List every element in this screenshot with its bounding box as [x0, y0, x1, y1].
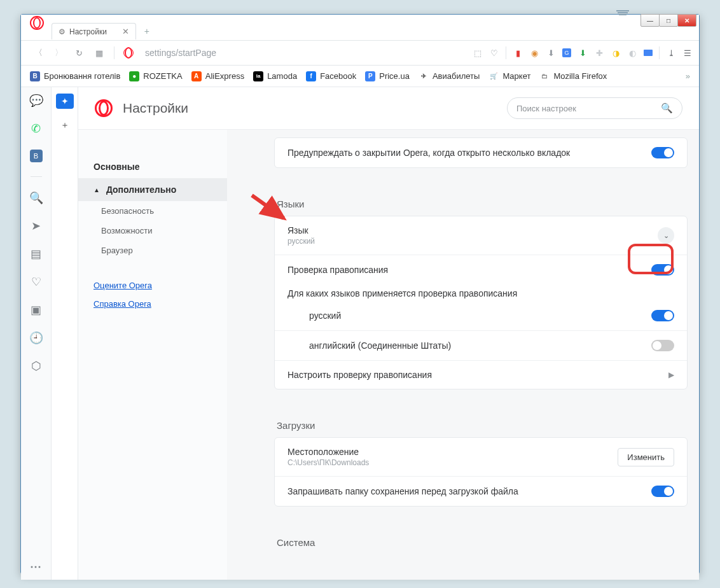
- toolbar-icons: ⬚ ♡ ▮ ◉ ⬇ G ⬇ ✚ ◑ ◐ ⤓ ☰: [473, 46, 693, 59]
- ext-icon-2[interactable]: ◉: [529, 48, 539, 58]
- tab-title: Настройки: [69, 27, 107, 36]
- wallet-icon[interactable]: ▤: [29, 247, 43, 261]
- spell-for-label: Для каких языков применяется проверка пр…: [275, 284, 687, 301]
- spell-lang-en-row[interactable]: английский (Соединенные Штаты): [275, 330, 687, 360]
- translate-tab-icon[interactable]: ✦: [56, 94, 74, 109]
- language-row[interactable]: Язык русский ⌄: [275, 216, 687, 255]
- language-value: русский: [287, 237, 315, 246]
- spell-en-toggle[interactable]: [651, 340, 674, 351]
- language-label: Язык: [287, 225, 308, 235]
- bookmark-item[interactable]: BБронювання готелів: [30, 71, 120, 81]
- sidebar-item-advanced[interactable]: ▲ Дополнительно: [78, 178, 227, 201]
- sidebar-item-browser[interactable]: Браузер: [78, 241, 227, 260]
- ext-icon-4[interactable]: G: [562, 48, 571, 57]
- bookmark-item[interactable]: ✈Авиабилеты: [419, 71, 480, 81]
- spell-ru-toggle[interactable]: [651, 310, 674, 321]
- heart-icon[interactable]: ♡: [489, 48, 499, 58]
- chevron-right-icon: ▶: [668, 370, 674, 379]
- browser-tab[interactable]: ⚙ Настройки ✕: [52, 23, 136, 39]
- history-icon[interactable]: 🕘: [29, 331, 43, 345]
- downloads-icon[interactable]: ⤓: [666, 48, 676, 58]
- sidebar-item-basic[interactable]: Основные: [78, 155, 227, 178]
- reload-button[interactable]: ↻: [73, 48, 85, 58]
- change-location-button[interactable]: Изменить: [618, 448, 674, 466]
- bookmarks-bar: BБронювання готелів ●ROZETKA AAliExpress…: [21, 66, 699, 87]
- easysetup-icon[interactable]: ☰: [682, 48, 693, 58]
- bookmark-item[interactable]: AAliExpress: [191, 71, 244, 81]
- ext-icon-7[interactable]: ◑: [611, 48, 621, 58]
- search-icon: 🔍: [661, 102, 673, 114]
- sidebar-item-features[interactable]: Возможности: [78, 221, 227, 241]
- spellcheck-row[interactable]: Проверка правописания: [275, 255, 687, 284]
- spell-config-row[interactable]: Настроить проверку правописания ▶: [275, 360, 687, 389]
- bookmarks-overflow-button[interactable]: »: [686, 71, 690, 81]
- ext-icon-6[interactable]: ✚: [594, 48, 604, 58]
- ask-save-row[interactable]: Запрашивать папку сохранения перед загру…: [275, 476, 687, 506]
- location-label: Местоположение: [287, 447, 359, 457]
- window-shade-icon[interactable]: [616, 10, 629, 18]
- page-title: Настройки: [123, 101, 188, 116]
- ext-icon-3[interactable]: ⬇: [546, 48, 556, 58]
- bookmark-item[interactable]: 🗀Mozilla Firefox: [539, 71, 607, 81]
- rail-separator: [31, 176, 42, 177]
- location-value: C:\Users\ПК\Downloads: [287, 458, 369, 467]
- back-button[interactable]: 〈: [32, 47, 44, 59]
- search-placeholder: Поиск настроек: [516, 104, 576, 113]
- whatsapp-icon[interactable]: ✆: [29, 122, 43, 136]
- settings-sidebar: Основные ▲ Дополнительно Безопасность Во…: [78, 130, 227, 580]
- vk-icon[interactable]: B: [30, 150, 43, 162]
- send-icon[interactable]: ➤: [29, 219, 43, 233]
- heart-rail-icon[interactable]: ♡: [29, 275, 43, 289]
- ext-icon-8[interactable]: ◐: [627, 48, 637, 58]
- ext-icon-5[interactable]: ⬇: [578, 48, 588, 58]
- ext-icon-1[interactable]: ▮: [513, 48, 523, 58]
- search-input[interactable]: Поиск настроек 🔍: [507, 97, 682, 119]
- sidebar-rail: 💬 ✆ B 🔍 ➤ ▤ ♡ ▣ 🕘 ⬡ ⋯: [21, 87, 52, 580]
- spell-lang-ru-row[interactable]: русский: [275, 301, 687, 330]
- section-system: Система: [274, 519, 688, 554]
- news-icon[interactable]: ▣: [29, 303, 43, 317]
- chevron-down-icon[interactable]: ⌄: [658, 227, 674, 244]
- section-languages: Языки: [274, 181, 688, 216]
- download-location-row: Местоположение C:\Users\ПК\Downloads Изм…: [275, 438, 687, 476]
- warn-on-close-row[interactable]: Предупреждать о закрытии Opera, когда от…: [275, 138, 687, 167]
- warn-on-close-toggle[interactable]: [651, 147, 674, 158]
- bookmark-item[interactable]: ●ROZETKA: [129, 71, 182, 81]
- sidebar-item-security[interactable]: Безопасность: [78, 201, 227, 221]
- opera-o-icon: [95, 99, 113, 117]
- messenger-icon[interactable]: 💬: [29, 94, 43, 108]
- bookmark-item[interactable]: fFacebook: [306, 71, 356, 81]
- bookmark-item[interactable]: laLamoda: [253, 71, 297, 81]
- help-opera-link[interactable]: Справка Opera: [93, 299, 212, 309]
- url-field[interactable]: settings/startPage: [142, 48, 216, 58]
- settings-tabstrip: ✦ ＋: [52, 87, 78, 580]
- add-tab-button[interactable]: ＋: [56, 118, 74, 133]
- bookmark-item[interactable]: PPrice.ua: [365, 71, 410, 81]
- gear-icon: ⚙: [59, 27, 66, 36]
- new-tab-button[interactable]: +: [141, 25, 153, 37]
- rate-opera-link[interactable]: Оцените Opera: [93, 281, 212, 290]
- screenshot-icon[interactable]: ⬚: [473, 48, 483, 58]
- bookmark-item[interactable]: 🛒Маркет: [488, 71, 530, 81]
- opera-badge-icon: [123, 48, 134, 58]
- tab-close-button[interactable]: ✕: [122, 27, 129, 36]
- forward-button[interactable]: 〉: [53, 47, 64, 59]
- ask-save-toggle[interactable]: [651, 486, 674, 497]
- caret-up-icon: ▲: [93, 186, 100, 193]
- spellcheck-toggle[interactable]: [651, 264, 674, 276]
- speed-dial-button[interactable]: ▦: [93, 48, 105, 58]
- settings-main: Предупреждать о закрытии Opera, когда от…: [227, 130, 699, 580]
- ext-icon-9[interactable]: [644, 50, 653, 56]
- section-downloads: Загрузки: [274, 402, 688, 437]
- rail-more-button[interactable]: ⋯: [29, 559, 43, 573]
- search-icon[interactable]: 🔍: [29, 191, 43, 205]
- box-icon[interactable]: ⬡: [29, 359, 43, 373]
